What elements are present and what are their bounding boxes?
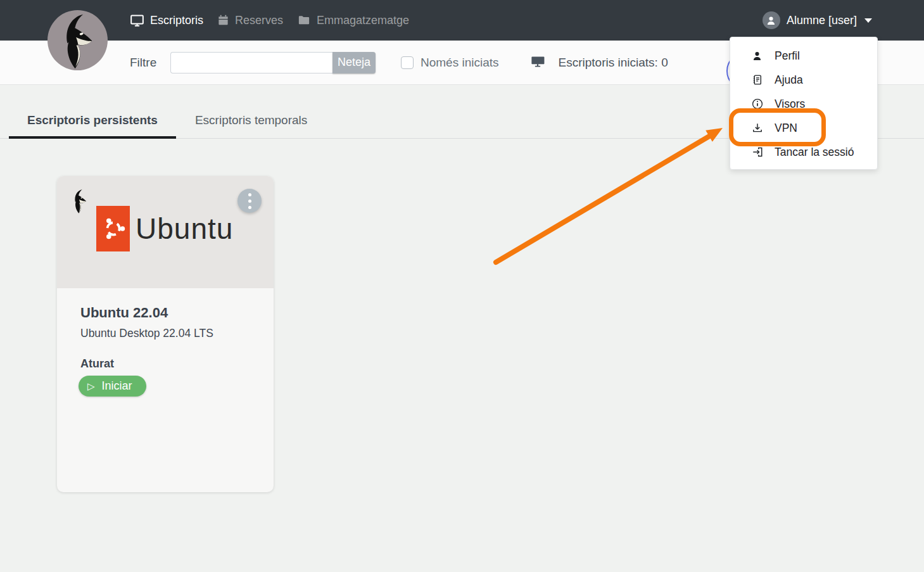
logout-icon [751, 146, 763, 158]
clear-filter-button[interactable]: Neteja [332, 52, 376, 73]
menu-item-label: Tancar la sessió [775, 146, 854, 159]
status-badge: Aturat [80, 357, 274, 371]
ubuntu-logo-text: Ubuntu [136, 212, 233, 246]
desktop-description: Ubuntu Desktop 22.04 LTS [80, 327, 274, 340]
started-desktops-counter: Escriptoris iniciats: 0 [559, 56, 668, 70]
filter-label: Filtre [130, 56, 158, 70]
ubuntu-logo: Ubuntu [96, 206, 233, 251]
calendar-icon [217, 14, 229, 27]
menu-item-label: Ajuda [775, 73, 803, 87]
info-circle-icon [751, 98, 763, 110]
journal-icon [751, 74, 763, 86]
desktop-card-body: Ubuntu 22.04 Ubuntu Desktop 22.04 LTS At… [57, 288, 274, 397]
menu-item-vpn[interactable]: VPN [730, 116, 877, 140]
chevron-down-icon [864, 18, 872, 23]
card-menu-button[interactable] [237, 189, 262, 213]
isard-logo [47, 10, 108, 70]
menu-item-logout[interactable]: Tancar la sessió [730, 140, 877, 164]
nav-item-reserves[interactable]: Reserves [217, 14, 283, 27]
display-icon [130, 13, 144, 28]
play-icon: ▷ [87, 381, 95, 391]
person-icon [751, 51, 763, 61]
tab-escriptoris-persistents[interactable]: Escriptoris persistents [9, 105, 176, 139]
navbar: Escriptoris Reserves Emmagatzematge [0, 0, 924, 41]
nav-items: Escriptoris Reserves Emmagatzematge [130, 13, 423, 28]
menu-item-ajuda[interactable]: Ajuda [730, 68, 877, 92]
ubuntu-circle-of-friends-icon [96, 206, 130, 251]
menu-item-perfil[interactable]: Perfil [730, 44, 877, 68]
user-dropdown-menu: Perfil Ajuda Visors [730, 37, 878, 170]
menu-item-label: Perfil [775, 49, 800, 63]
nav-item-label: Emmagatzematge [317, 14, 409, 27]
only-started-label: Només iniciats [421, 56, 499, 70]
start-button[interactable]: ▷ Iniciar [79, 376, 146, 397]
only-started-checkbox[interactable] [401, 56, 414, 69]
desktop-title: Ubuntu 22.04 [80, 305, 274, 321]
nav-item-label: Reserves [235, 14, 283, 27]
menu-item-label: Visors [775, 98, 805, 111]
filter-input[interactable] [170, 52, 332, 73]
nav-item-escriptoris[interactable]: Escriptoris [130, 13, 203, 28]
display-icon [530, 54, 545, 71]
desktop-card: Ubuntu Ubuntu 22.04 Ubuntu Desktop 22.04… [57, 176, 274, 492]
folder-icon [297, 14, 311, 27]
started-desktops-label: Escriptoris iniciats: [559, 56, 658, 69]
person-icon [766, 15, 776, 26]
kebab-icon [248, 193, 251, 196]
started-desktops-count: 0 [661, 56, 668, 69]
tab-escriptoris-temporals[interactable]: Escriptoris temporals [186, 105, 317, 139]
isard-logo-small [66, 185, 93, 217]
avatar [763, 11, 780, 29]
user-menu-toggle[interactable]: Alumne [user] [763, 0, 872, 41]
user-label: Alumne [user] [787, 14, 857, 27]
download-icon [751, 122, 763, 134]
menu-item-label: VPN [775, 122, 797, 135]
start-button-label: Iniciar [102, 379, 132, 393]
menu-item-visors[interactable]: Visors [730, 92, 877, 116]
desktop-card-image: Ubuntu [57, 176, 274, 288]
nav-item-label: Escriptoris [150, 14, 203, 27]
nav-item-emmagatzematge[interactable]: Emmagatzematge [297, 14, 409, 27]
